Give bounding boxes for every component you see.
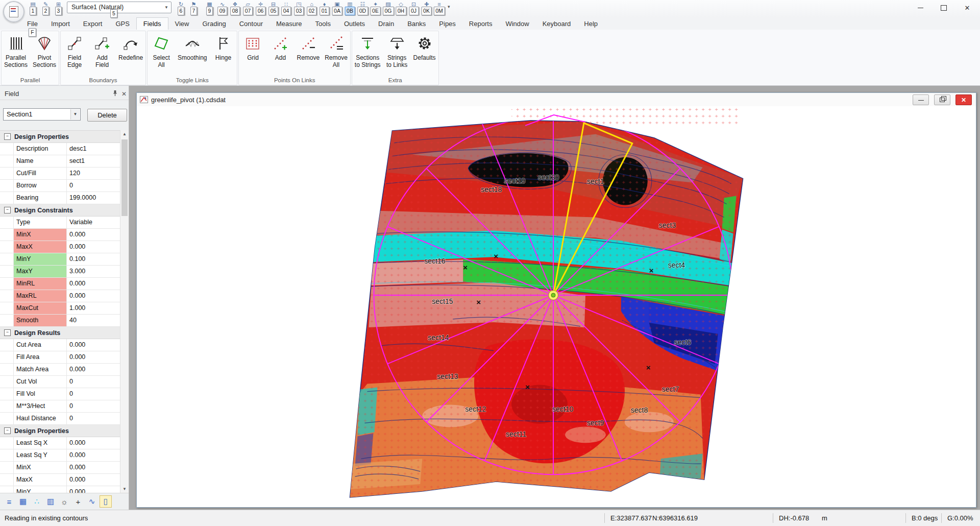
sections-to-strings-button[interactable]: Sections to Strings (352, 31, 383, 73)
property-value[interactable]: 0.000 (67, 474, 120, 486)
drainage-icon[interactable]: ∴ (31, 495, 43, 508)
tab-pipes[interactable]: Pipes (432, 18, 462, 30)
columns-icon[interactable]: ▥ (44, 495, 57, 508)
qat-button[interactable]: ↻ 6 (175, 0, 187, 16)
doc-close-button[interactable]: ✕ (955, 94, 972, 105)
tab-file[interactable]: FileF (20, 18, 44, 30)
property-value[interactable]: 0 (67, 180, 120, 192)
property-value[interactable]: 0.100 (67, 253, 120, 265)
qat-button[interactable]: ⊟ 05 (267, 0, 280, 16)
doc-minimize-button[interactable] (913, 94, 929, 105)
remove-all-button[interactable]: Remove All (322, 31, 350, 73)
select-all-button[interactable]: Select All (148, 31, 175, 73)
parallel-sections-button[interactable]: Parallel Sections (2, 31, 30, 73)
qat-button[interactable]: ∿ 09 (216, 0, 229, 16)
tab-grading[interactable]: Grading (195, 18, 232, 30)
qat-button[interactable]: ⊡ 0J (407, 0, 420, 16)
qat-button[interactable]: ✦ 0E (369, 0, 382, 16)
property-value[interactable]: 0 (67, 376, 120, 388)
property-value[interactable]: 0.000 (67, 462, 120, 473)
tab-gps[interactable]: GPS (109, 18, 136, 30)
qat-button[interactable]: ∷ 04 (280, 0, 292, 16)
property-value[interactable]: desc1 (67, 143, 120, 155)
property-value[interactable]: 3.000 (67, 266, 120, 277)
tab-banks[interactable]: Banks (401, 18, 432, 30)
property-value[interactable]: sect1 (67, 155, 120, 167)
property-group-header[interactable]: − Design Results (0, 327, 120, 339)
tab-export[interactable]: Export (77, 18, 109, 30)
doc-restore-button[interactable] (934, 94, 950, 105)
property-value[interactable]: 120 (67, 168, 120, 179)
property-value[interactable]: 0.000 (67, 364, 120, 375)
sun-icon[interactable]: ☼ (58, 495, 70, 508)
property-value[interactable]: 0.000 (67, 339, 120, 351)
qat-button[interactable]: ☷ 0D (356, 0, 369, 16)
qat-button[interactable]: ⌂ 02 (305, 0, 318, 16)
surface-page-icon[interactable]: ▯ (100, 495, 112, 508)
property-value[interactable]: 40 (67, 315, 120, 326)
tab-drain[interactable]: Drain (372, 18, 401, 30)
collapse-icon[interactable]: − (4, 329, 11, 336)
qat-button[interactable]: ✎ 2 (39, 0, 52, 16)
qat-button[interactable]: ▦ 9 (203, 0, 216, 16)
tab-fields[interactable]: Fields (136, 17, 168, 30)
smoothing-button[interactable]: Smoothing (175, 31, 209, 73)
grid-button[interactable]: Grid (239, 31, 266, 73)
qat-button[interactable]: ♦ 01 (318, 0, 331, 16)
tab-view[interactable]: View (168, 18, 196, 30)
document-title-bar[interactable]: greenlife_pivot (1).cdsdat ✕ (137, 93, 976, 107)
layers-icon[interactable]: ≡ (3, 495, 15, 508)
tab-outlets[interactable]: Outlets (337, 18, 372, 30)
section-combo[interactable]: Section1 ▼ (3, 108, 81, 121)
remove-points-button[interactable]: Remove (294, 31, 322, 73)
minimize-button[interactable] (909, 0, 932, 15)
qat-overflow-icon[interactable]: ▾ (448, 4, 450, 9)
scrollbar-thumb[interactable] (121, 139, 128, 216)
qat-button[interactable]: ✚ 0K (420, 0, 433, 16)
property-value[interactable]: 0 (67, 413, 120, 424)
collapse-icon[interactable]: − (4, 207, 11, 213)
tab-help[interactable]: Help (577, 18, 604, 30)
collapse-icon[interactable]: − (4, 133, 11, 140)
tab-tools[interactable]: Tools (309, 18, 337, 30)
tab-contour[interactable]: Contour (233, 18, 270, 30)
property-value[interactable]: 0.000 (67, 437, 120, 449)
property-value[interactable]: 0.000 (67, 241, 120, 253)
property-value[interactable]: 199.0000 (67, 192, 120, 204)
property-group-header[interactable]: − Design Constraints (0, 204, 120, 217)
qat-button[interactable]: ◳ 03 (292, 0, 305, 16)
tab-window[interactable]: Window (499, 18, 535, 30)
surface-select-combo[interactable]: Surface1 (Natural) ▼ 5 (67, 2, 172, 13)
add-points-button[interactable]: Add (266, 31, 294, 73)
qat-button[interactable]: ▱ 07 (241, 0, 254, 16)
property-value[interactable]: 0.000 (67, 290, 120, 302)
property-value[interactable]: 0.000 (67, 229, 120, 241)
field-edge-button[interactable]: Field Edge (61, 31, 88, 73)
map-viewport[interactable]: ×××××× sect18sect19sect20sect1sect3sect4… (137, 106, 976, 507)
property-group-header[interactable]: − Design Properties (0, 425, 120, 437)
property-value[interactable]: 1.000 (67, 302, 120, 314)
property-value[interactable]: Variable (67, 217, 120, 228)
strings-to-links-button[interactable]: Strings to Links (383, 31, 411, 73)
property-value[interactable]: 0.000 (67, 449, 120, 461)
property-value[interactable]: 0.000 (67, 351, 120, 363)
close-button[interactable]: ✕ (955, 0, 979, 15)
qat-button[interactable]: ▣ 0A (331, 0, 344, 16)
tab-keyboard[interactable]: Keyboard (536, 18, 578, 30)
tab-reports[interactable]: Reports (462, 18, 499, 30)
collapse-icon[interactable]: − (4, 427, 11, 434)
property-value[interactable]: 0 (67, 400, 120, 412)
grid-view-icon[interactable]: ▦ (17, 495, 29, 508)
scroll-down-icon[interactable]: ▼ (120, 485, 129, 493)
property-group-header[interactable]: − Design Properties (0, 131, 120, 143)
qat-button[interactable]: ▤ 1 (27, 0, 39, 16)
qat-button[interactable]: ◇ 0H (395, 0, 407, 16)
redefine-button[interactable]: Redefine (116, 31, 145, 73)
qat-button[interactable]: ⊞ 3 (52, 0, 65, 16)
qat-button[interactable]: ⚑ 7 (187, 0, 200, 16)
tab-measure[interactable]: Measure (270, 18, 309, 30)
defaults-button[interactable]: Defaults (411, 31, 438, 73)
pin-icon[interactable] (110, 90, 119, 98)
tab-import[interactable]: Import (44, 18, 77, 30)
property-value[interactable]: 0.000 (67, 278, 120, 290)
